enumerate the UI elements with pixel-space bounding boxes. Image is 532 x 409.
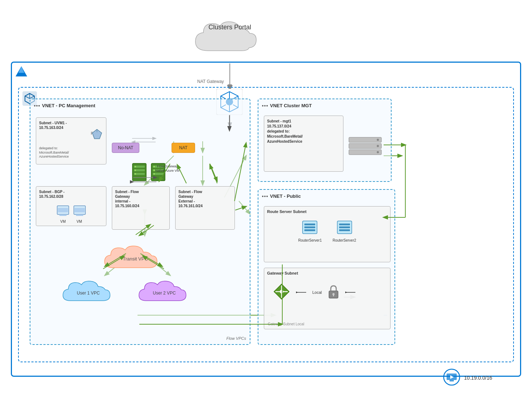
no-nat-box: No-NAT	[112, 143, 139, 153]
router-server2-icon	[335, 219, 354, 237]
vpn-gateway-icon	[273, 283, 291, 302]
route-server-subnet-title: Route Server Subnet	[267, 209, 387, 214]
svg-point-51	[153, 170, 155, 171]
subnet-mgt1-label: Subnet - mgt110.75.137.0/24delegated to:…	[267, 119, 340, 144]
svg-point-50	[153, 166, 155, 167]
vnet-cluster-dots-icon	[262, 105, 268, 107]
svg-marker-31	[18, 66, 24, 73]
subnet-flow-internal-label: Subnet - FlowGatewayinternal -10.75.160.…	[115, 189, 166, 208]
vnet-dots-icon	[34, 105, 40, 107]
padlock-icon	[327, 284, 340, 300]
svg-point-43	[135, 166, 136, 167]
svg-point-52	[153, 173, 155, 175]
pc-icon	[92, 129, 102, 143]
svg-point-64	[377, 151, 379, 153]
svg-rect-72	[339, 229, 350, 231]
router-server1-icon	[301, 219, 319, 237]
user2-vpc: User 2 VPC	[135, 277, 193, 309]
svg-rect-60	[349, 143, 381, 149]
vnet-pc-management: VNET - PC Management Subnet - UVM1 - 10.…	[30, 99, 250, 345]
gateway-local-label: Local	[312, 290, 322, 295]
svg-point-63	[377, 145, 379, 147]
inner-dashed-box: VNET - PC Management Subnet - UVM1 - 10.…	[18, 87, 514, 362]
svg-rect-70	[339, 224, 350, 225]
transit-vpc-label: Transit VPC	[123, 256, 148, 262]
svg-rect-54	[59, 214, 67, 216]
azure-logo	[15, 66, 28, 80]
subnet-mgt1: Subnet - mgt110.75.137.0/24delegated to:…	[264, 116, 343, 172]
svg-rect-67	[304, 226, 315, 228]
vm2-icon	[73, 204, 86, 219]
vnet-public-title: VNET - Public	[270, 193, 301, 199]
user2-vpc-label: User 2 VPC	[153, 291, 176, 296]
vnet-cluster-mgt: VNET Cluster MGT Subnet - mgt110.75.137.…	[258, 99, 392, 182]
svg-rect-66	[304, 224, 315, 225]
rds-ip-label: 10.19.0.0/16	[464, 375, 492, 381]
subnet-bgp-label: Subnet - BGP -10.75.162.0/28	[39, 189, 103, 199]
rds-icon	[443, 368, 460, 387]
svg-rect-57	[76, 214, 83, 216]
svg-point-45	[135, 173, 136, 175]
flow-gateway-vm1-icon	[132, 163, 147, 183]
bare-metal-servers-icon	[347, 135, 383, 159]
svg-rect-80	[333, 294, 334, 296]
vm1-icon	[56, 204, 69, 219]
subnet-flow-internal: Subnet - FlowGatewayinternal -10.75.160.…	[112, 186, 170, 230]
svg-point-76	[280, 290, 283, 293]
vnet-public-dots-icon	[262, 196, 268, 197]
subnet-uvm1: Subnet - UVM1 - 10.75.163.0/24 PC delega…	[36, 117, 106, 164]
subnet-flow-external-label: Subnet - FlowGatewayExternal -10.76.161.…	[178, 189, 232, 208]
pc-label: PC	[39, 132, 96, 135]
clusters-portal-label: Clusters Portal	[208, 24, 251, 31]
router-server2-label: RouterServer2	[333, 238, 356, 242]
svg-rect-61	[349, 150, 381, 155]
subnet-bgp: Subnet - BGP -10.75.162.0/28	[36, 186, 106, 226]
router-server1-label: RouterServer1	[298, 238, 322, 242]
svg-rect-58	[75, 208, 85, 212]
vm1-label: VM	[60, 220, 66, 224]
subnet-flow-external: Subnet - FlowGatewayExternal -10.76.161.…	[175, 186, 235, 230]
transit-vpc: Transit VPC	[99, 241, 172, 277]
user1-vpc-label: User 1 VPC	[77, 291, 100, 296]
flow-vpcs-label: Flow VPCs	[227, 336, 246, 341]
vnet-pc-management-title: VNET - PC Management	[42, 103, 95, 108]
vnet-cluster-mgt-title: VNET Cluster MGT	[270, 103, 312, 108]
gateway-subnet: Gateway Subnet	[264, 268, 390, 329]
svg-rect-68	[304, 229, 315, 231]
rds-icon-container: 10.19.0.0/16	[443, 368, 492, 387]
route-server-subnet: Route Server Subnet RouterServer1	[264, 206, 390, 262]
subnet-uvm1-delegated: delegated to:Microsoft.BareMetal/AzureHo…	[39, 146, 103, 159]
clusters-portal-cloud: Clusters Portal	[177, 11, 282, 69]
svg-rect-55	[58, 208, 68, 212]
svg-rect-104	[449, 380, 454, 381]
vnet-public: VNET - Public Route Server Subnet	[258, 189, 395, 345]
svg-rect-59	[349, 137, 381, 142]
vm2-label: VM	[77, 220, 82, 224]
svg-point-44	[135, 170, 136, 171]
svg-rect-71	[339, 226, 350, 228]
nat-box: NAT	[172, 143, 195, 153]
svg-point-62	[377, 139, 379, 141]
gateway-subnet-title: Gateway Subnet	[267, 271, 387, 275]
user1-vpc: User 1 VPC	[59, 277, 117, 309]
flow-gateway-label: Flow GatewayNative Azure VM	[155, 164, 180, 173]
gateway-subnet-local-label: Gateway Subnet Local	[268, 322, 304, 326]
